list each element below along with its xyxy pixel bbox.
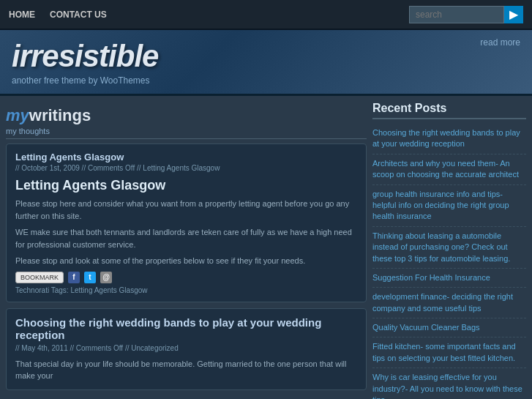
- recent-post-item-7[interactable]: Fitted kitchen- some important facts and…: [372, 338, 526, 368]
- article-card-2: Choosing the right wedding bands to play…: [6, 308, 367, 390]
- section-title-my: my: [6, 106, 29, 124]
- article-1-body2: WE make sure that both tennants and land…: [15, 226, 357, 250]
- bookmark-bar: BOOKMARK f t @: [15, 272, 357, 283]
- bookmark-button[interactable]: BOOKMARK: [15, 272, 64, 283]
- header: HOME CONTACT US ▶: [0, 0, 532, 30]
- recent-post-link-2: group health insurance info and tips- he…: [372, 189, 526, 223]
- nav-contact-us[interactable]: CONTACT US: [50, 10, 107, 20]
- section-title-sub: my thoughts: [6, 127, 367, 135]
- facebook-icon[interactable]: f: [68, 272, 80, 283]
- recent-post-link-5: development finance- deciding the right …: [372, 291, 526, 314]
- section-title-writings: writings: [29, 106, 91, 124]
- hero-text: irresistible another free theme by WooTh…: [12, 39, 158, 86]
- recent-post-link-6: Quality Vacuum Cleaner Bags: [372, 322, 526, 333]
- hero-banner: irresistible another free theme by WooTh…: [0, 30, 532, 96]
- article-2-title[interactable]: Choosing the right wedding bands to play…: [15, 316, 357, 341]
- site-subtitle: another free theme by WooThemes: [12, 75, 158, 86]
- article-2-meta: // May 4th, 2011 // Comments Off // Unca…: [15, 344, 357, 352]
- recent-post-item-5[interactable]: development finance- deciding the right …: [372, 288, 526, 318]
- article-1-header[interactable]: Letting Agents Glasgow: [15, 152, 357, 163]
- recent-post-link-4: Suggestion For Health Insurance: [372, 272, 526, 283]
- article-card-1: Letting Agents Glasgow // October 1st, 2…: [6, 143, 367, 302]
- article-1-body3: Please stop and look at some of the prop…: [15, 255, 357, 267]
- article-1-body1: Please stop here and consider what you w…: [15, 198, 357, 222]
- search-input[interactable]: [409, 6, 504, 23]
- recent-post-item-2[interactable]: group health insurance info and tips- he…: [372, 185, 526, 227]
- left-column: mywritings my thoughts Letting Agents Gl…: [6, 102, 367, 399]
- article-2-body: That special day in your life should be …: [15, 358, 357, 382]
- email-icon[interactable]: @: [100, 272, 112, 283]
- recent-post-item-3[interactable]: Thinking about leasing a automobile inst…: [372, 227, 526, 269]
- nav: HOME CONTACT US: [9, 10, 107, 20]
- main-layout: mywritings my thoughts Letting Agents Gl…: [0, 96, 532, 399]
- site-title: irresistible: [12, 39, 158, 74]
- recent-post-item-0[interactable]: Choosing the right wedding bands to play…: [372, 124, 526, 154]
- recent-post-link-3: Thinking about leasing a automobile inst…: [372, 231, 526, 264]
- article-1-tags: Technorati Tags: Letting Agents Glasgow: [15, 286, 357, 294]
- recent-post-link-7: Fitted kitchen- some important facts and…: [372, 341, 526, 364]
- search-bar: ▶: [409, 6, 523, 23]
- recent-post-item-4[interactable]: Suggestion For Health Insurance: [372, 269, 526, 288]
- section-title-bar: mywritings my thoughts: [6, 102, 367, 139]
- recent-post-link-0: Choosing the right wedding bands to play…: [372, 127, 526, 150]
- recent-post-link-8: Why is car leasing effective for you ind…: [372, 372, 526, 399]
- recent-post-item-6[interactable]: Quality Vacuum Cleaner Bags: [372, 318, 526, 338]
- twitter-icon[interactable]: t: [84, 272, 96, 283]
- search-button[interactable]: ▶: [504, 6, 523, 23]
- right-sidebar: Recent Posts Choosing the right wedding …: [372, 102, 526, 399]
- recent-post-item-1[interactable]: Architects and why you need them- An sco…: [372, 154, 526, 185]
- recent-posts-title: Recent Posts: [372, 102, 526, 119]
- nav-home[interactable]: HOME: [9, 10, 35, 20]
- article-1-meta: // October 1st, 2009 // Comments Off // …: [15, 164, 357, 172]
- recent-posts-list: Choosing the right wedding bands to play…: [372, 124, 526, 399]
- article-1-title[interactable]: Letting Agents Glasgow: [15, 178, 357, 193]
- recent-post-item-8[interactable]: Why is car leasing effective for you ind…: [372, 368, 526, 399]
- read-more-link[interactable]: read more: [480, 37, 520, 48]
- recent-post-link-1: Architects and why you need them- An sco…: [372, 158, 526, 181]
